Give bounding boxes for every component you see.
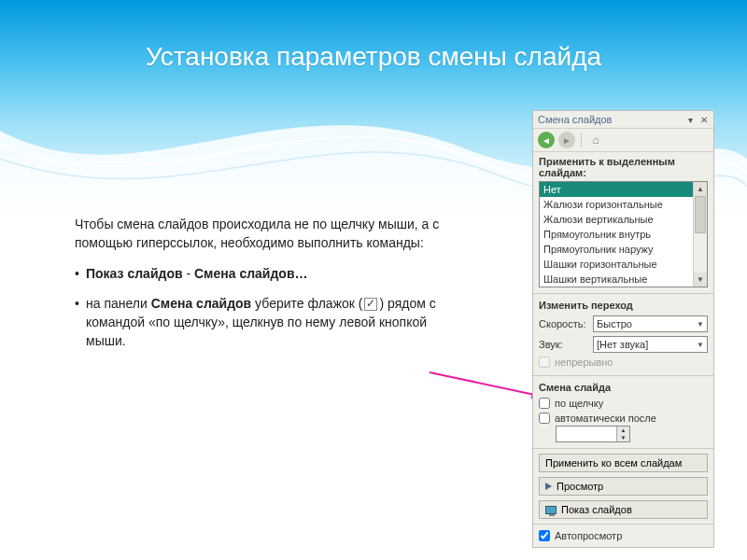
divider bbox=[533, 448, 713, 449]
nav-forward-button[interactable]: ► bbox=[558, 132, 575, 148]
list-item[interactable]: Шашки горизонтальные bbox=[540, 257, 707, 272]
list-item[interactable]: Шашки вертикальные bbox=[540, 272, 707, 287]
list-item[interactable]: Прямоугольник наружу bbox=[540, 242, 707, 257]
bullet-2-text-c: уберите флажок ( bbox=[251, 296, 362, 311]
chevron-down-icon: ▼ bbox=[697, 320, 704, 329]
bullet-2-bold: Смена слайдов bbox=[151, 296, 252, 311]
slideshow-label: Показ слайдов bbox=[561, 504, 632, 515]
pane-title: Смена слайдов bbox=[538, 114, 612, 125]
auto-after-time-field[interactable]: ▲ ▼ bbox=[556, 426, 630, 442]
chevron-down-icon: ▼ bbox=[697, 341, 704, 349]
transitions-listbox[interactable]: Нет Жалюзи горизонтальные Жалюзи вертика… bbox=[539, 181, 708, 287]
slide-transition-pane: Смена слайдов ▾ ✕ ◄ ► ⌂ Применить к выде… bbox=[532, 110, 714, 548]
list-item[interactable]: Прямоугольник внутрь bbox=[540, 227, 707, 242]
speed-combo[interactable]: Быстро ▼ bbox=[593, 315, 708, 332]
autopreview-label: Автопросмотр bbox=[555, 530, 622, 541]
time-spinner[interactable]: ▲ ▼ bbox=[616, 427, 629, 441]
bullet-1: Показ слайдов - Смена слайдов… bbox=[75, 264, 467, 283]
pane-close-icon[interactable]: ✕ bbox=[698, 115, 709, 125]
bullet-1-bold-b: Смена слайдов… bbox=[194, 266, 308, 281]
pane-nav: ◄ ► ⌂ bbox=[533, 129, 713, 152]
on-click-checkbox[interactable] bbox=[539, 398, 550, 409]
modify-transition-section: Изменить переход Скорость: Быстро ▼ Звук… bbox=[533, 296, 713, 373]
autopreview-checkbox[interactable] bbox=[539, 530, 550, 541]
apply-to-all-button[interactable]: Применить ко всем слайдам bbox=[539, 454, 708, 472]
auto-after-label: автоматически после bbox=[555, 413, 656, 424]
speed-label: Скорость: bbox=[539, 318, 587, 329]
divider bbox=[533, 293, 713, 294]
loop-checkbox bbox=[539, 357, 550, 368]
scroll-thumb[interactable] bbox=[695, 196, 706, 233]
loop-checkbox-row: непрерывно bbox=[539, 355, 708, 370]
modify-label: Изменить переход bbox=[539, 300, 708, 311]
slideshow-button[interactable]: Показ слайдов bbox=[539, 500, 708, 519]
body-text: Чтобы смена слайдов происходила не по ще… bbox=[75, 215, 467, 362]
apply-to-section: Применить к выделенным слайдам: Нет Жалю… bbox=[533, 152, 713, 291]
sound-value: [Нет звука] bbox=[597, 339, 648, 350]
spin-up-icon[interactable]: ▲ bbox=[617, 427, 629, 434]
list-item[interactable]: Нет bbox=[540, 182, 707, 197]
bullet-2-text-a: на панели bbox=[86, 296, 151, 311]
autopreview-row[interactable]: Автопросмотр bbox=[533, 526, 713, 547]
loop-label: непрерывно bbox=[555, 357, 613, 368]
preview-label: Просмотр bbox=[557, 481, 603, 492]
divider bbox=[533, 375, 713, 376]
home-icon[interactable]: ⌂ bbox=[587, 132, 604, 148]
checkbox-icon bbox=[364, 298, 377, 311]
play-icon bbox=[545, 483, 552, 490]
apply-label: Применить к выделенным слайдам: bbox=[539, 156, 708, 178]
on-click-label: по щелчку bbox=[555, 398, 603, 409]
pane-header: Смена слайдов ▾ ✕ bbox=[533, 111, 713, 129]
slide-title: Установка параметров смены слайда bbox=[0, 42, 747, 72]
list-item[interactable]: Жалюзи вертикальные bbox=[540, 212, 707, 227]
scroll-down-icon[interactable]: ▼ bbox=[694, 273, 707, 287]
auto-after-row[interactable]: автоматически после bbox=[539, 411, 708, 426]
scroll-up-icon[interactable]: ▲ bbox=[694, 182, 707, 196]
listbox-scrollbar[interactable]: ▲ ▼ bbox=[693, 182, 707, 287]
screen-icon bbox=[545, 506, 557, 514]
list-item[interactable]: Жалюзи горизонтальные bbox=[540, 197, 707, 212]
pane-dropdown-icon[interactable]: ▾ bbox=[685, 115, 696, 125]
preview-button[interactable]: Просмотр bbox=[539, 477, 708, 496]
bullet-2: на панели Смена слайдов уберите флажок (… bbox=[75, 294, 467, 351]
speed-value: Быстро bbox=[597, 318, 632, 329]
sound-combo[interactable]: [Нет звука] ▼ bbox=[593, 336, 708, 353]
spin-down-icon[interactable]: ▼ bbox=[617, 434, 629, 441]
auto-after-checkbox[interactable] bbox=[539, 413, 550, 424]
advance-slide-section: Смена слайда по щелчку автоматически пос… bbox=[533, 378, 713, 446]
on-click-row[interactable]: по щелчку bbox=[539, 396, 708, 411]
nav-back-button[interactable]: ◄ bbox=[538, 132, 555, 148]
divider bbox=[533, 524, 713, 525]
advance-label: Смена слайда bbox=[539, 382, 708, 393]
bullet-1-bold-a: Показ слайдов bbox=[86, 266, 183, 281]
intro-paragraph: Чтобы смена слайдов происходила не по ще… bbox=[75, 215, 467, 253]
nav-separator bbox=[581, 133, 582, 147]
sound-label: Звук: bbox=[539, 339, 587, 350]
